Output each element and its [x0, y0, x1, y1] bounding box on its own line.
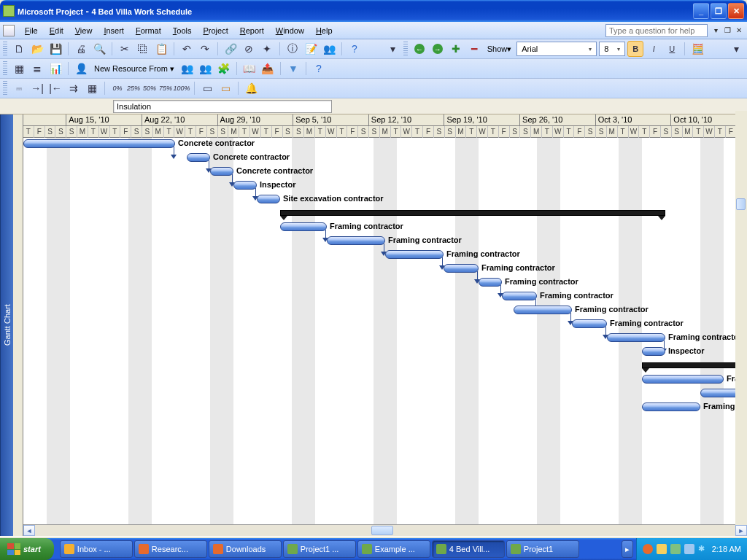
- percent-25%[interactable]: 25%: [125, 80, 142, 96]
- taskbar-button[interactable]: Project1: [506, 540, 579, 558]
- scroll-thumb[interactable]: [736, 198, 746, 210]
- document-icon[interactable]: [3, 25, 15, 36]
- menu-edit[interactable]: Edit: [44, 24, 69, 37]
- cell-entry-input[interactable]: [113, 100, 332, 113]
- tray-volume-icon[interactable]: [670, 544, 681, 554]
- print-button[interactable]: 🖨: [73, 41, 89, 57]
- taskbar-overflow-icon[interactable]: ▸: [622, 540, 633, 558]
- menu-project[interactable]: Project: [197, 24, 233, 37]
- tray-icon[interactable]: [643, 544, 653, 554]
- taskbar-button[interactable]: Downloads: [209, 540, 282, 558]
- bold-button[interactable]: B: [627, 41, 643, 57]
- resource-button[interactable]: 👤: [73, 61, 89, 77]
- system-tray[interactable]: ✱ 2:18 AM: [636, 538, 747, 560]
- nav-remove-button[interactable]: ━: [466, 41, 482, 57]
- menu-format[interactable]: Format: [130, 24, 167, 37]
- update-button[interactable]: ▭: [199, 80, 215, 96]
- info-button[interactable]: ⓘ: [285, 41, 301, 57]
- link-button[interactable]: ⇉: [66, 80, 82, 96]
- font-dropdown[interactable]: Arial▾: [516, 42, 597, 56]
- gantt-bar[interactable]: [280, 210, 665, 216]
- horizontal-scrollbar[interactable]: ◄ ►: [23, 524, 747, 536]
- taskbar-button[interactable]: 4 Bed Vill...: [432, 540, 505, 558]
- outdent-button[interactable]: |←: [47, 80, 63, 96]
- toolbar-grip[interactable]: [3, 42, 7, 56]
- clock[interactable]: 2:18 AM: [712, 545, 741, 553]
- paste-button[interactable]: 📋: [153, 41, 169, 57]
- gantt-bar[interactable]: [210, 167, 233, 176]
- gantt-chart[interactable]: Aug 15, '10Aug 22, '10Aug 29, '10Sep 5, …: [23, 114, 747, 536]
- show-dropdown[interactable]: Show▾: [484, 44, 515, 54]
- collab-button[interactable]: ▭: [217, 80, 233, 96]
- menu-insert[interactable]: Insert: [98, 24, 130, 37]
- percent-100%[interactable]: 100%: [174, 80, 190, 96]
- print-preview-button[interactable]: 🔍: [91, 41, 107, 57]
- undo-button[interactable]: ↶: [179, 41, 195, 57]
- nav-back-button[interactable]: ←: [411, 41, 427, 57]
- cut-button[interactable]: ✂: [117, 41, 133, 57]
- link-button[interactable]: 🔗: [222, 41, 239, 57]
- funnel-button[interactable]: ▼: [285, 61, 301, 77]
- taskbar-button[interactable]: Project1 ...: [283, 540, 356, 558]
- gantt-bar[interactable]: [187, 153, 210, 162]
- open-button[interactable]: 📂: [29, 41, 45, 57]
- indent-button[interactable]: →|: [29, 80, 45, 96]
- toolbar-grip[interactable]: [403, 42, 408, 56]
- gantt-bar[interactable]: [572, 319, 607, 328]
- copy-button[interactable]: ⿻: [135, 41, 151, 57]
- nav-add-button[interactable]: ✚: [448, 41, 464, 57]
- menu-view[interactable]: View: [69, 24, 98, 37]
- vertical-scrollbar[interactable]: [735, 111, 747, 525]
- gantt-bar[interactable]: [607, 333, 665, 342]
- new-button[interactable]: 🗋: [11, 41, 27, 57]
- task-pane-collapsed[interactable]: [13, 114, 23, 536]
- assign-button[interactable]: 👥: [321, 41, 337, 57]
- gantt-bar[interactable]: [642, 362, 747, 368]
- toolbar-grip[interactable]: [3, 61, 7, 76]
- menu-help[interactable]: Help: [310, 24, 338, 37]
- taskbar-button[interactable]: Inbox - ...: [60, 540, 133, 558]
- view-bar-label[interactable]: Gantt Chart: [0, 114, 13, 536]
- tray-icon[interactable]: [657, 544, 667, 554]
- menu-report[interactable]: Report: [234, 24, 270, 37]
- gantt-bar[interactable]: [23, 139, 175, 148]
- gantt-bar[interactable]: [479, 278, 502, 287]
- scroll-right-button[interactable]: ►: [735, 525, 747, 536]
- schedule-button[interactable]: ▦: [84, 80, 100, 96]
- mdi-dropdown-icon[interactable]: ▾: [711, 26, 721, 36]
- toolbar-options-icon[interactable]: ▾: [385, 41, 401, 57]
- redo-button[interactable]: ↷: [197, 41, 213, 57]
- scroll-left-button[interactable]: ◄: [23, 525, 35, 536]
- taskbar-button[interactable]: Researc...: [134, 540, 207, 558]
- chart-body[interactable]: Concrete contractorConcrete contractorCo…: [23, 138, 747, 524]
- gantt-bar[interactable]: [280, 222, 327, 231]
- underline-button[interactable]: U: [664, 41, 680, 57]
- book-button[interactable]: 📖: [241, 61, 258, 77]
- italic-button[interactable]: I: [646, 41, 662, 57]
- tray-network-icon[interactable]: [684, 544, 694, 554]
- help-search-input[interactable]: [605, 24, 708, 37]
- toolbar-options-icon[interactable]: ▾: [728, 41, 744, 57]
- gantt-bar[interactable]: [327, 236, 385, 245]
- unlink-button[interactable]: ⊘: [241, 41, 257, 57]
- gantt-bar[interactable]: [642, 402, 700, 411]
- help-button[interactable]: ?: [311, 61, 327, 77]
- menu-tools[interactable]: Tools: [167, 24, 198, 37]
- grid-button[interactable]: ▦: [11, 61, 27, 77]
- percent-0%[interactable]: 0%: [109, 80, 125, 96]
- gantt-bar[interactable]: [642, 375, 724, 384]
- minimize-button[interactable]: _: [693, 3, 709, 19]
- resource-graph-button[interactable]: 👥: [179, 61, 196, 77]
- font-size-dropdown[interactable]: 8▾: [599, 42, 625, 56]
- chart-button[interactable]: 📊: [47, 61, 63, 77]
- gantt-bar[interactable]: [514, 306, 572, 314]
- toolbar-grip[interactable]: [3, 81, 7, 96]
- menu-file[interactable]: File: [19, 24, 44, 37]
- nav-forward-button[interactable]: →: [430, 41, 446, 57]
- gantt-bar[interactable]: [257, 195, 280, 203]
- gantt-bar[interactable]: [444, 264, 479, 273]
- close-button[interactable]: ✕: [728, 3, 744, 19]
- start-button[interactable]: start: [0, 538, 54, 560]
- save-button[interactable]: 💾: [47, 41, 63, 57]
- bars-button[interactable]: ≣: [29, 61, 45, 77]
